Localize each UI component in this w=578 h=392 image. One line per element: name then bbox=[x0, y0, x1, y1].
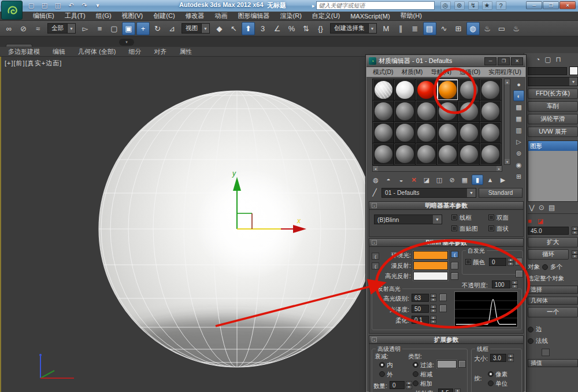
modifier-button-turbosmooth[interactable]: 涡轮平滑 bbox=[528, 114, 578, 124]
filter-map-button[interactable] bbox=[458, 360, 466, 368]
bind-to-space-warp-icon[interactable]: ≈ bbox=[31, 22, 45, 35]
material-slot-5[interactable] bbox=[458, 79, 480, 101]
material-slot-4[interactable] bbox=[437, 79, 458, 101]
ior-field[interactable]: 1.5 bbox=[438, 389, 453, 392]
ribbon-panel-label[interactable]: 多边形建模 bbox=[8, 47, 40, 56]
opacity-map-button[interactable] bbox=[516, 270, 523, 278]
material-slot-7[interactable] bbox=[373, 101, 394, 122]
ambient-lock-icon[interactable]: ( bbox=[451, 251, 458, 258]
scroll-right-icon[interactable]: ▸ bbox=[497, 166, 502, 171]
collapse-icon[interactable]: - bbox=[372, 240, 377, 245]
curve-editor-icon[interactable]: ∿ bbox=[438, 22, 451, 35]
backlight-icon[interactable]: ◐ bbox=[513, 90, 524, 101]
menu-item[interactable]: 渲染(R) bbox=[275, 12, 307, 20]
self-illum-map-button[interactable] bbox=[515, 258, 523, 265]
close-button[interactable]: ✕ bbox=[560, 1, 576, 9]
key-icon[interactable]: ⊛ bbox=[454, 1, 465, 10]
glossiness-spinner[interactable]: ▲▼ bbox=[430, 305, 436, 313]
rectangular-selection-icon[interactable]: ▢ bbox=[108, 22, 121, 35]
ior-spinner[interactable]: ▲▼ bbox=[454, 389, 461, 392]
display-tab-icon[interactable]: ▢ bbox=[544, 56, 551, 64]
material-slot-14[interactable] bbox=[394, 122, 416, 143]
vertex-subobject-icon[interactable]: ■ bbox=[528, 217, 532, 225]
material-slot-22[interactable] bbox=[437, 143, 458, 165]
select-by-name-icon[interactable]: ≡ bbox=[93, 22, 106, 35]
select-and-scale-icon[interactable]: ⊿ bbox=[165, 22, 179, 35]
two-sided-checkbox[interactable] bbox=[488, 215, 494, 220]
material-slot-8[interactable] bbox=[394, 101, 416, 122]
subtractive-radio[interactable] bbox=[413, 371, 418, 377]
viewport-label[interactable]: [+][前][真实+边面] bbox=[5, 59, 62, 68]
help-icon[interactable]: ? bbox=[496, 1, 506, 10]
options-icon[interactable]: ⊚ bbox=[513, 148, 524, 159]
put-to-library-icon[interactable]: ◫ bbox=[433, 175, 445, 185]
reference-coordinate-dropdown[interactable]: 视图▼ bbox=[181, 23, 210, 34]
new-file-icon[interactable]: ▢ bbox=[25, 1, 37, 10]
self-illum-value-field[interactable]: 0 bbox=[489, 258, 506, 266]
redo-icon[interactable]: ↷ bbox=[79, 1, 90, 10]
menu-item[interactable]: 图形编辑器 bbox=[233, 12, 275, 20]
render-setup-icon[interactable]: ♨ bbox=[481, 22, 494, 35]
self-illum-spinner[interactable]: ▲▼ bbox=[507, 258, 514, 266]
menu-item[interactable]: 自定义(U) bbox=[307, 12, 345, 20]
angle-threshold-field[interactable]: 45.0 bbox=[528, 227, 569, 235]
modifier-button-uvw-unwrap[interactable]: UVW 展开 bbox=[528, 127, 578, 137]
filter-radio[interactable] bbox=[413, 362, 418, 368]
ribbon-panel-label[interactable]: 编辑 bbox=[53, 47, 65, 56]
amount-field[interactable]: 0 bbox=[390, 381, 405, 389]
me-menu-item[interactable]: 导航(N) bbox=[427, 68, 455, 76]
modifier-stack[interactable]: 图形 bbox=[528, 140, 578, 202]
communication-center-icon[interactable]: ↯ bbox=[468, 1, 479, 10]
glossiness-map-button[interactable] bbox=[439, 305, 447, 312]
ribbon-panel-label[interactable]: 几何体 (全部) bbox=[78, 47, 116, 56]
select-and-move-icon[interactable]: + bbox=[136, 22, 150, 35]
menu-item[interactable]: 动画 bbox=[210, 12, 233, 20]
ribbon-display-toggle[interactable]: ▾ bbox=[119, 39, 134, 46]
show-map-in-viewport-icon[interactable]: ▦ bbox=[459, 175, 470, 185]
units-radio[interactable] bbox=[488, 380, 494, 386]
multi-radio[interactable] bbox=[542, 264, 548, 270]
material-slot-20[interactable] bbox=[394, 143, 416, 165]
motion-tab-icon[interactable]: ◔ bbox=[536, 56, 540, 64]
menu-item[interactable]: 工具(T) bbox=[60, 12, 91, 20]
me-menu-item[interactable]: 实用程序(U) bbox=[484, 68, 525, 76]
viewport-front[interactable]: y x [+][前][真实+边面] bbox=[0, 57, 366, 392]
search-icon[interactable]: ◎ bbox=[440, 1, 451, 10]
material-slot-11[interactable] bbox=[458, 101, 480, 122]
pin-stack-icon[interactable]: ⋁ bbox=[529, 204, 535, 212]
material-type-button[interactable]: Standard bbox=[479, 188, 523, 198]
object-color-swatch[interactable] bbox=[569, 66, 578, 75]
modifier-button-ffd[interactable]: FFD(长方体) bbox=[528, 88, 578, 99]
falloff-out-radio[interactable] bbox=[379, 371, 385, 377]
material-editor-icon[interactable]: ◍ bbox=[466, 22, 480, 35]
stack-item-selected[interactable]: 图形 bbox=[528, 141, 577, 151]
material-slot-12[interactable] bbox=[480, 101, 501, 122]
specular-color-swatch[interactable] bbox=[413, 272, 448, 280]
angle-spinner[interactable]: ▲▼ bbox=[572, 227, 578, 235]
material-slot-17[interactable] bbox=[458, 122, 480, 143]
modifier-list-dropdown[interactable]: ▼ bbox=[528, 77, 578, 86]
window-crossing-icon[interactable]: ▣ bbox=[122, 22, 135, 35]
material-slot-23[interactable] bbox=[458, 143, 480, 165]
max-logo-button[interactable] bbox=[1, 1, 23, 20]
falloff-in-radio[interactable] bbox=[379, 362, 385, 368]
material-editor-titlebar[interactable]: ◔ 材质编辑器 - 01 - Defaults ─ ❐ ✕ bbox=[366, 56, 525, 67]
specular-level-map-button[interactable] bbox=[439, 294, 447, 301]
slots-horizontal-scrollbar[interactable]: ◂ ▸ bbox=[372, 165, 502, 172]
diffuse-specular-lock-button[interactable]: ( bbox=[372, 262, 379, 269]
assign-material-to-selection-icon[interactable]: ◒ bbox=[395, 175, 407, 185]
material-slot-1[interactable] bbox=[373, 79, 394, 101]
render-production-icon[interactable]: ♨ bbox=[510, 22, 523, 35]
scroll-down-icon[interactable]: ▾ bbox=[505, 159, 510, 164]
background-icon[interactable]: ▩ bbox=[513, 102, 524, 113]
show-end-result-icon[interactable]: ▮ bbox=[472, 175, 483, 185]
wireframe-checkbox[interactable] bbox=[451, 215, 457, 220]
object-name-field[interactable] bbox=[528, 67, 567, 75]
ring-spinner[interactable]: ▲▼ bbox=[572, 250, 578, 258]
size-field[interactable]: 3.0 bbox=[490, 354, 506, 362]
modifier-button-lathe[interactable]: 车削 bbox=[528, 101, 578, 112]
material-slot-10[interactable] bbox=[437, 101, 458, 122]
me-minimize-button[interactable]: ─ bbox=[484, 57, 497, 65]
face-map-checkbox[interactable] bbox=[451, 225, 457, 231]
material-slot-9[interactable] bbox=[416, 101, 437, 122]
